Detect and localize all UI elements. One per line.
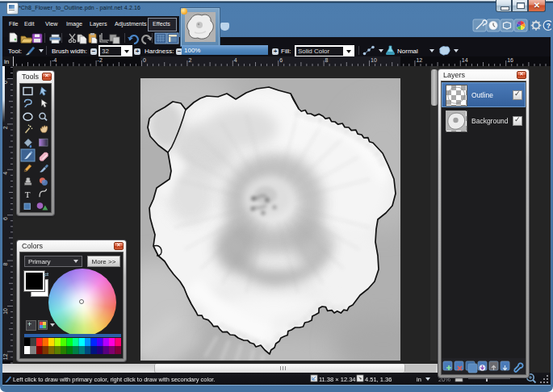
svg-text:T: T	[25, 190, 31, 199]
